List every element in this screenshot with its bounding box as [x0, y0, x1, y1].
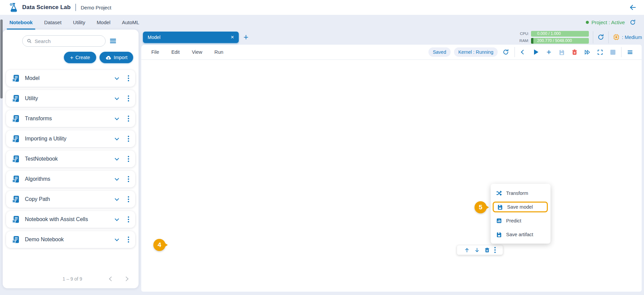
notebook-item-demo-notebook[interactable]: Demo Notebook [6, 231, 135, 248]
project-refresh-icon[interactable] [630, 19, 636, 26]
delete-cell-button[interactable] [568, 46, 581, 58]
flask-logo-icon [9, 2, 19, 12]
app-title: Data Science Lab [22, 4, 71, 11]
notebook-tab-label: Model [148, 35, 160, 40]
resource-refresh-icon[interactable] [597, 34, 604, 41]
kernel-status-badge: Kernel : Running [454, 47, 498, 57]
context-menu-item-save-artifact[interactable]: Save artifact [491, 227, 551, 241]
save-status-badge: Saved [428, 47, 451, 57]
notebook-tab-model[interactable]: Model × [143, 32, 239, 43]
add-cell-button[interactable]: + [542, 46, 555, 58]
move-cell-down-icon[interactable] [474, 247, 480, 253]
notebook-item-label: Demo Notebook [25, 237, 64, 243]
nav-tab-automl[interactable]: AutoML [122, 15, 139, 30]
chevron-down-icon[interactable] [115, 116, 119, 120]
notebook-item-transforms[interactable]: Transforms [6, 110, 135, 127]
divider [621, 47, 621, 57]
context-menu-item-save-model[interactable]: Save model [491, 200, 551, 214]
notebook-item-model[interactable]: Model [6, 70, 135, 87]
create-button[interactable]: + Create [64, 52, 96, 63]
more-options-icon[interactable] [128, 136, 129, 142]
scrollbar-thumb[interactable] [0, 19, 3, 98]
chevron-down-icon[interactable] [115, 156, 119, 161]
more-options-icon[interactable] [128, 156, 129, 162]
cell-more-options-icon[interactable] [494, 247, 496, 253]
pagination-prev-icon[interactable] [109, 277, 114, 281]
nav-tab-dataset[interactable]: Dataset [44, 15, 62, 30]
divider [593, 31, 593, 43]
nav-tab-utility[interactable]: Utility [73, 15, 85, 30]
menu-file[interactable]: File [151, 49, 159, 55]
chevron-down-icon[interactable] [115, 136, 119, 140]
more-options-icon[interactable] [128, 75, 129, 81]
more-options-icon[interactable] [128, 176, 129, 182]
search-box[interactable] [22, 35, 106, 47]
context-menu-item-predict[interactable]: Predict [491, 214, 551, 227]
chevron-down-icon[interactable] [115, 237, 119, 241]
notebook-list: ModelUtilityTransformsImporting a Utilit… [3, 70, 139, 251]
chevron-down-icon[interactable] [115, 197, 119, 201]
add-tab-icon[interactable]: + [243, 33, 249, 41]
notebook-item-testnotebook[interactable]: TestNotebook [6, 151, 135, 167]
previous-cell-button[interactable] [517, 46, 530, 58]
main-nav: NotebookDatasetUtilityModelAutoML Projec… [0, 15, 644, 30]
top-header: Data Science Lab Demo Project [0, 0, 644, 15]
more-options-icon[interactable] [128, 237, 129, 243]
more-options-icon[interactable] [128, 196, 129, 202]
search-icon [27, 38, 32, 44]
menu-view[interactable]: View [192, 49, 202, 55]
notebook-icon [11, 134, 20, 143]
chevron-left-icon [521, 50, 526, 54]
environment-size-label: : Medium [622, 35, 642, 40]
notebook-item-importing-a-utility[interactable]: Importing a Utility [6, 130, 135, 147]
nav-tab-model[interactable]: Model [97, 15, 111, 30]
menu-run[interactable]: Run [215, 49, 224, 55]
kernel-refresh-icon[interactable] [502, 49, 509, 55]
menu-edit[interactable]: Edit [171, 49, 180, 55]
move-cell-up-icon[interactable] [464, 247, 470, 253]
save-icon [559, 49, 565, 55]
step-5-callout: 5 [475, 201, 487, 213]
plus-icon: + [546, 48, 551, 56]
project-name: Demo Project [81, 5, 111, 10]
context-menu-item-label: Save model [507, 204, 533, 210]
run-all-button[interactable] [581, 46, 594, 58]
notebook-item-utility[interactable]: Utility [6, 90, 135, 107]
notebook-item-notebook-with-assist-cells[interactable]: Notebook with Assist Cells [6, 211, 135, 228]
notebook-item-copy-path[interactable]: Copy Path [6, 191, 135, 208]
fullscreen-button[interactable] [594, 46, 606, 58]
chevron-down-icon[interactable] [115, 217, 119, 221]
pagination-next-icon[interactable] [124, 277, 128, 281]
more-options-icon[interactable] [128, 216, 129, 222]
trash-icon [571, 49, 578, 55]
pagination-label: 1 – 9 of 9 [63, 276, 82, 282]
import-button[interactable]: Import [100, 52, 133, 63]
notebook-item-algorithms[interactable]: Algorithms [6, 171, 135, 187]
project-status: Project : Active [586, 19, 625, 25]
more-options-icon[interactable] [128, 116, 129, 122]
play-icon [534, 49, 538, 55]
nav-tab-notebook[interactable]: Notebook [9, 15, 33, 30]
highlighted-option[interactable]: Save model [493, 202, 548, 212]
search-input[interactable] [35, 38, 92, 44]
context-menu-item-transform[interactable]: Transform [491, 186, 551, 200]
list-menu-icon[interactable] [109, 37, 117, 45]
chevron-down-icon[interactable] [115, 176, 119, 181]
delete-cell-icon[interactable] [484, 247, 490, 253]
save-notebook-button[interactable] [555, 46, 568, 58]
environment-size: : Medium [613, 34, 644, 41]
notebook-menu-button[interactable] [623, 46, 636, 58]
chevron-down-icon[interactable] [115, 76, 119, 80]
context-menu-item-label: Predict [506, 218, 521, 223]
back-arrow-icon[interactable] [629, 4, 637, 11]
predict-chart-icon [496, 218, 502, 224]
run-cell-button[interactable] [530, 46, 542, 58]
cloud-import-icon [105, 54, 112, 61]
stop-kernel-button[interactable] [606, 46, 619, 58]
notebook-tab-bar: Model × + CPU: 0.000 / 1.000 RAM: 200.77… [141, 30, 644, 45]
notebook-icon [11, 195, 20, 204]
chevron-down-icon[interactable] [115, 96, 119, 100]
cpu-label: CPU: [518, 32, 529, 36]
tab-close-icon[interactable]: × [231, 34, 234, 40]
more-options-icon[interactable] [128, 95, 129, 101]
